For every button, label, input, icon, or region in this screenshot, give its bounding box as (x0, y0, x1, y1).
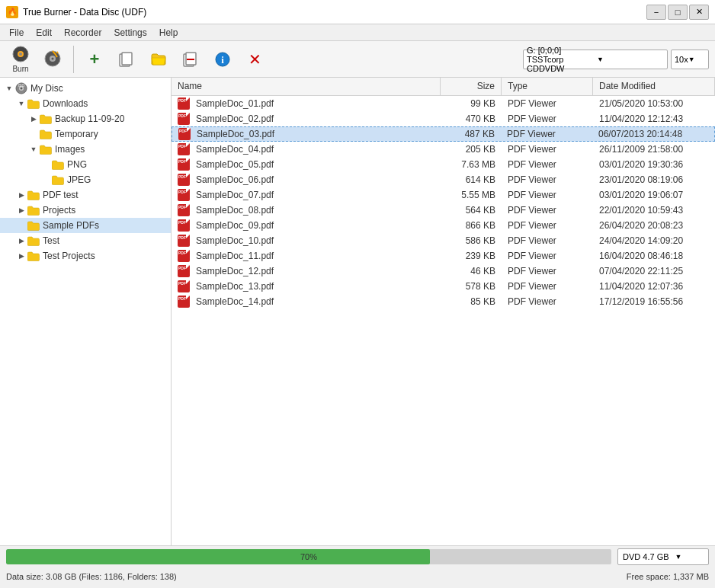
tree-item-mydisc[interactable]: ▼ ISO My Disc (0, 81, 171, 96)
menu-file[interactable]: File (3, 26, 30, 40)
tree-item-images[interactable]: ▼ Images (0, 142, 171, 157)
tree-label-downloads: Downloads (43, 98, 88, 109)
col-header-name[interactable]: Name (172, 78, 441, 95)
add-button[interactable]: + (80, 46, 109, 72)
file-name-text: SampleDoc_09.pdf (196, 220, 274, 231)
tree-item-projects[interactable]: ▶ Projects (0, 203, 171, 218)
tree-toggle-pdftest[interactable]: ▶ (15, 189, 27, 201)
menubar: File Edit Recorder Settings Help (0, 24, 715, 41)
file-cell-name: PDFSampleDoc_05.pdf (172, 157, 441, 172)
statusbar: 70% DVD 4.7 GB ▼ Data size: 3.08 GB (Fil… (0, 545, 715, 588)
file-row[interactable]: PDFSampleDoc_10.pdf586 KBPDF Viewer24/04… (172, 233, 715, 248)
progress-label: 70% (300, 552, 317, 561)
file-row[interactable]: PDFSampleDoc_02.pdf470 KBPDF Viewer11/04… (172, 111, 715, 126)
drive-dropdown[interactable]: G: [0;0;0] TSSTcorp CDDVDW ▼ (523, 50, 668, 69)
free-space-label: Free space: 1,337 MB (627, 572, 709, 581)
file-name-text: SampleDoc_04.pdf (196, 144, 274, 155)
pdf-file-icon: PDF (178, 250, 190, 262)
menu-help[interactable]: Help (153, 26, 184, 40)
file-cell-size: 586 KB (441, 234, 502, 248)
tree-toggle-images[interactable]: ▼ (27, 143, 40, 155)
burn-label: Burn (12, 65, 28, 73)
file-cell-date: 07/04/2020 22:11:25 (593, 264, 715, 278)
info-row: Data size: 3.08 GB (Files: 1186, Folders… (0, 567, 715, 586)
file-row[interactable]: PDFSampleDoc_14.pdf85 KBPDF Viewer17/12/… (172, 294, 715, 309)
tree-item-pdftest[interactable]: ▶ PDF test (0, 187, 171, 203)
file-cell-type: PDF Viewer (502, 295, 593, 308)
tree-toggle-mydisc[interactable]: ▼ (3, 82, 15, 94)
file-cell-type: PDF Viewer (502, 249, 593, 263)
folder-open-icon (149, 50, 168, 69)
file-row[interactable]: PDFSampleDoc_07.pdf5.55 MBPDF Viewer03/0… (172, 187, 715, 203)
file-list-header: Name Size Type Date Modified (172, 78, 715, 96)
erase-button[interactable] (38, 46, 67, 73)
file-row[interactable]: PDFSampleDoc_05.pdf7.63 MBPDF Viewer03/0… (172, 157, 715, 172)
file-row[interactable]: PDFSampleDoc_06.pdf614 KBPDF Viewer23/01… (172, 172, 715, 187)
file-name-text: SampleDoc_06.pdf (196, 174, 274, 185)
file-row[interactable]: PDFSampleDoc_01.pdf99 KBPDF Viewer21/05/… (172, 96, 715, 111)
svg-rect-7 (122, 53, 132, 65)
file-row[interactable]: PDFSampleDoc_13.pdf578 KBPDF Viewer11/04… (172, 279, 715, 294)
tree-item-test[interactable]: ▶ Test (0, 233, 171, 248)
drive-chevron-icon: ▼ (597, 56, 664, 63)
remove-button[interactable] (176, 46, 205, 72)
file-row[interactable]: PDFSampleDoc_11.pdf239 KBPDF Viewer16/04… (172, 248, 715, 264)
col-header-size[interactable]: Size (441, 78, 502, 95)
tree-item-temporary[interactable]: Temporary (0, 126, 171, 142)
tree-panel: ▼ ISO My Disc ▼ Downloads ▶ Backup 11-09… (0, 78, 172, 545)
tree-item-backup[interactable]: ▶ Backup 11-09-20 (0, 111, 171, 126)
file-cell-type: PDF Viewer (502, 173, 593, 187)
file-cell-size: 85 KB (441, 295, 502, 308)
pdf-file-icon: PDF (178, 97, 190, 110)
copy-icon (117, 50, 136, 69)
tree-label-projects: Projects (43, 205, 75, 216)
minimize-button[interactable]: − (646, 5, 666, 20)
file-name-text: SampleDoc_01.pdf (196, 98, 274, 109)
file-row[interactable]: PDFSampleDoc_12.pdf46 KBPDF Viewer07/04/… (172, 264, 715, 279)
burn-button[interactable]: Burn (6, 41, 35, 77)
col-header-type[interactable]: Type (502, 78, 593, 95)
close-button[interactable]: ✕ (689, 5, 709, 20)
maximize-button[interactable]: □ (668, 5, 688, 20)
tree-item-jpeg[interactable]: JPEG (0, 172, 171, 187)
disc-type-selector[interactable]: DVD 4.7 GB ▼ (617, 548, 709, 565)
file-cell-size: 7.63 MB (441, 158, 502, 171)
tree-item-samplepdfs[interactable]: Sample PDFs (0, 218, 171, 233)
copy-button[interactable] (112, 46, 141, 72)
folder-icon-downloads (27, 99, 40, 109)
tree-toggle-downloads[interactable]: ▼ (15, 97, 27, 110)
drive-label: G: [0;0;0] TSSTcorp CDDVDW (527, 46, 594, 73)
tree-item-testprojects[interactable]: ▶ Test Projects (0, 248, 171, 264)
file-cell-size: 99 KB (441, 97, 502, 110)
tree-toggle-testprojects[interactable]: ▶ (15, 250, 27, 262)
menu-settings[interactable]: Settings (107, 26, 152, 40)
file-cell-size: 866 KB (441, 219, 502, 232)
delete-button[interactable]: ✕ (240, 46, 269, 72)
file-row[interactable]: PDFSampleDoc_09.pdf866 KBPDF Viewer26/04… (172, 218, 715, 233)
tree-item-downloads[interactable]: ▼ Downloads (0, 96, 171, 111)
tree-item-png[interactable]: PNG (0, 157, 171, 172)
tree-label-png: PNG (67, 159, 87, 170)
col-header-date[interactable]: Date Modified (593, 78, 715, 95)
file-cell-type: PDF Viewer (502, 142, 593, 156)
menu-edit[interactable]: Edit (30, 26, 58, 40)
folder-icon-projects (27, 206, 40, 216)
tree-toggle-backup[interactable]: ▶ (27, 113, 40, 125)
drive-selector: G: [0;0;0] TSSTcorp CDDVDW ▼ 10x ▼ (523, 50, 709, 69)
file-name-text: SampleDoc_03.pdf (197, 129, 274, 139)
info-button[interactable]: i (208, 46, 237, 72)
tree-toggle-projects[interactable]: ▶ (15, 204, 27, 216)
menu-recorder[interactable]: Recorder (58, 26, 107, 40)
file-row[interactable]: PDFSampleDoc_03.pdf487 KBPDF Viewer06/07… (172, 126, 715, 142)
file-row[interactable]: PDFSampleDoc_08.pdf564 KBPDF Viewer22/01… (172, 203, 715, 218)
file-cell-type: PDF Viewer (502, 219, 593, 232)
open-folder-button[interactable] (144, 46, 173, 72)
delete-icon: ✕ (245, 50, 264, 69)
speed-dropdown[interactable]: 10x ▼ (671, 50, 709, 69)
window-controls[interactable]: − □ ✕ (646, 5, 709, 20)
folder-icon-samplepdfs (27, 221, 40, 231)
speed-label: 10x (675, 55, 688, 64)
tree-toggle-test[interactable]: ▶ (15, 235, 27, 247)
file-cell-name: PDFSampleDoc_06.pdf (172, 172, 441, 187)
file-row[interactable]: PDFSampleDoc_04.pdf205 KBPDF Viewer26/11… (172, 142, 715, 157)
